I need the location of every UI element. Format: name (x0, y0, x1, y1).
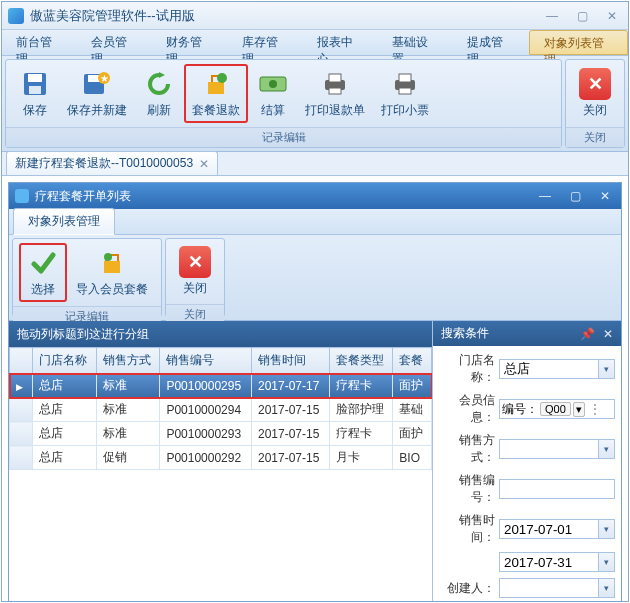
search-pin-icon[interactable]: 📌 (580, 327, 595, 341)
ribbon-group-close-label: 关闭 (566, 127, 624, 147)
app-logo-icon (8, 8, 24, 24)
save-and-new-button[interactable]: ★保存并新建 (60, 65, 134, 122)
list-panel: 疗程套餐开单列表 — ▢ ✕ 对象列表管理 选择 导入会员套餐 记录编辑 ✕关闭 (8, 182, 622, 602)
input-code[interactable] (499, 479, 615, 499)
row-indicator-header (10, 348, 33, 374)
panel-ribbon: 选择 导入会员套餐 记录编辑 ✕关闭 关闭 (9, 235, 621, 321)
ribbon-close-button[interactable]: ✕关闭 (572, 65, 618, 122)
input-store[interactable] (499, 359, 599, 379)
search-title: 搜索条件 (441, 325, 572, 342)
table-row[interactable]: 总店标准P00100002952017-07-17疗程卡面护 (10, 374, 432, 398)
col-type[interactable]: 套餐类型 (329, 348, 393, 374)
panel-logo-icon (15, 189, 29, 203)
label-member: 会员信息： (439, 392, 499, 426)
dropdown-date-to-icon[interactable]: ▾ (599, 552, 615, 572)
data-grid[interactable]: 门店名称 销售方式 销售编号 销售时间 套餐类型 套餐 总店标准P0010000… (9, 347, 432, 601)
menu-commission[interactable]: 提成管理 (453, 30, 528, 55)
label-mode: 销售方式： (439, 432, 499, 466)
menu-settings[interactable]: 基础设置 (378, 30, 453, 55)
menu-member[interactable]: 会员管理 (77, 30, 152, 55)
panel-close-button[interactable]: ✕ (595, 189, 615, 203)
print-refund-button[interactable]: 打印退款单 (298, 65, 372, 122)
panel-maximize-button[interactable]: ▢ (565, 189, 585, 203)
label-creator: 创建人： (439, 580, 499, 597)
menu-front[interactable]: 前台管理 (2, 30, 77, 55)
svg-rect-1 (28, 74, 42, 82)
document-tab[interactable]: 新建疗程套餐退款--T0010000053 ✕ (6, 151, 218, 175)
document-tab-close-icon[interactable]: ✕ (199, 157, 209, 171)
col-pkg[interactable]: 套餐 (393, 348, 432, 374)
search-panel: 搜索条件 📌 ✕ 门店名称：▾ 会员信息： 编号：Q00▾⋮ 销售方式：▾ 销售… (433, 321, 621, 601)
refresh-button[interactable]: 刷新 (136, 65, 182, 122)
dropdown-creator-icon[interactable]: ▾ (599, 578, 615, 598)
save-button[interactable]: 保存 (12, 65, 58, 122)
input-date-to[interactable] (499, 552, 599, 572)
panel-minimize-button[interactable]: — (535, 189, 555, 203)
menu-object-list[interactable]: 对象列表管理 (529, 30, 628, 55)
input-mode[interactable] (499, 439, 599, 459)
table-row[interactable]: 总店促销P00100002922017-07-15月卡BIO (10, 446, 432, 470)
col-date[interactable]: 销售时间 (251, 348, 329, 374)
search-header: 搜索条件 📌 ✕ (433, 321, 621, 346)
main-ribbon: 保存 ★保存并新建 刷新 套餐退款 结算 打印退款单 打印小票 记录编辑 ✕关闭… (2, 56, 628, 152)
svg-point-10 (269, 80, 277, 88)
table-row[interactable]: 总店标准P00100002932017-07-15疗程卡面护 (10, 422, 432, 446)
import-member-package-button[interactable]: 导入会员套餐 (69, 244, 155, 301)
grid-area: 拖动列标题到这进行分组 门店名称 销售方式 销售编号 销售时间 套餐类型 套餐 … (9, 321, 433, 601)
table-row[interactable]: 总店标准P00100002942017-07-15脸部护理基础 (10, 398, 432, 422)
dropdown-mode-icon[interactable]: ▾ (599, 439, 615, 459)
label-code: 销售编号： (439, 472, 499, 506)
select-button[interactable]: 选择 (19, 243, 67, 302)
menu-finance[interactable]: 财务管理 (152, 30, 227, 55)
col-store[interactable]: 门店名称 (33, 348, 97, 374)
input-member[interactable]: 编号：Q00▾⋮ (499, 399, 615, 419)
close-window-button[interactable]: ✕ (602, 9, 622, 23)
panel-title: 疗程套餐开单列表 (35, 188, 535, 205)
print-receipt-button[interactable]: 打印小票 (374, 65, 436, 122)
col-code[interactable]: 销售编号 (160, 348, 252, 374)
panel-tab[interactable]: 对象列表管理 (13, 208, 115, 235)
svg-rect-12 (329, 74, 341, 82)
maximize-button[interactable]: ▢ (572, 9, 592, 23)
svg-point-18 (104, 253, 112, 261)
label-date: 销售时间： (439, 512, 499, 546)
panel-titlebar: 疗程套餐开单列表 — ▢ ✕ (9, 183, 621, 209)
close-icon: ✕ (579, 68, 611, 100)
main-menu: 前台管理 会员管理 财务管理 库存管理 报表中心 基础设置 提成管理 对象列表管… (2, 30, 628, 56)
input-creator[interactable] (499, 578, 599, 598)
search-close-icon[interactable]: ✕ (603, 327, 613, 341)
svg-rect-13 (329, 88, 341, 94)
col-mode[interactable]: 销售方式 (96, 348, 160, 374)
label-store: 门店名称： (439, 352, 499, 386)
minimize-button[interactable]: — (542, 9, 562, 23)
input-date-from[interactable] (499, 519, 599, 539)
ribbon-group-label: 记录编辑 (6, 127, 561, 147)
svg-rect-7 (208, 82, 224, 94)
dropdown-date-from-icon[interactable]: ▾ (599, 519, 615, 539)
dropdown-store-icon[interactable]: ▾ (599, 359, 615, 379)
document-tabs: 新建疗程套餐退款--T0010000053 ✕ (2, 152, 628, 176)
panel-ribbon-close-button[interactable]: ✕关闭 (172, 243, 218, 300)
menu-inventory[interactable]: 库存管理 (228, 30, 303, 55)
close-icon: ✕ (179, 246, 211, 278)
svg-rect-15 (399, 74, 411, 82)
app-titlebar: 傲蓝美容院管理软件--试用版 — ▢ ✕ (2, 2, 628, 30)
svg-rect-16 (399, 88, 411, 94)
panel-tabs: 对象列表管理 (9, 209, 621, 235)
menu-reports[interactable]: 报表中心 (303, 30, 378, 55)
app-title: 傲蓝美容院管理软件--试用版 (30, 7, 542, 25)
settle-button[interactable]: 结算 (250, 65, 296, 122)
group-header[interactable]: 拖动列标题到这进行分组 (9, 321, 432, 347)
package-refund-button[interactable]: 套餐退款 (184, 64, 248, 123)
svg-rect-17 (104, 261, 120, 273)
svg-text:★: ★ (100, 73, 109, 84)
svg-point-8 (217, 73, 227, 83)
document-tab-label: 新建疗程套餐退款--T0010000053 (15, 155, 193, 172)
svg-rect-2 (29, 86, 41, 94)
